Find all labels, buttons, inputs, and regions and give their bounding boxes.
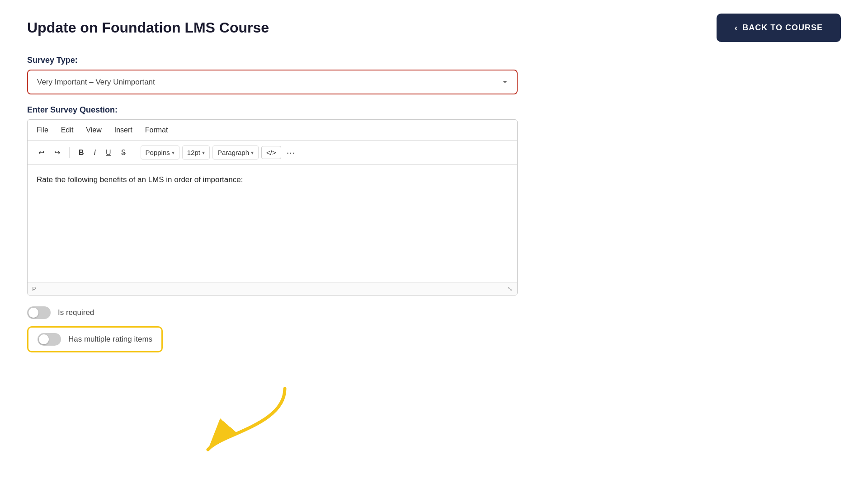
font-size-value: 12pt — [187, 149, 200, 156]
menu-file[interactable]: File — [37, 126, 48, 134]
underline-button[interactable]: U — [102, 146, 115, 160]
font-size-chevron: ▾ — [202, 150, 205, 156]
bold-button[interactable]: B — [75, 146, 88, 160]
redo-button[interactable]: ↪ — [51, 145, 64, 160]
main-content: Survey Type: Very Important – Very Unimp… — [0, 51, 868, 361]
font-family-value: Poppins — [146, 149, 170, 156]
survey-question-label: Enter Survey Question: — [27, 105, 841, 115]
font-size-dropdown[interactable]: 12pt ▾ — [182, 145, 210, 160]
editor-menubar: File Edit View Insert Format — [28, 120, 517, 141]
has-multiple-rating-label: Has multiple rating items — [68, 335, 152, 344]
toolbar-divider-2 — [135, 147, 135, 158]
is-required-label: Is required — [58, 308, 94, 317]
back-button-label: BACK TO COURSE — [742, 23, 823, 33]
strikethrough-button[interactable]: S̶ — [118, 145, 129, 160]
rich-text-editor: File Edit View Insert Format ↩ ↪ B I U S… — [27, 119, 518, 296]
editor-tag-indicator: P — [32, 286, 36, 292]
menu-format[interactable]: Format — [145, 126, 168, 134]
annotation-arrow — [194, 380, 294, 461]
font-family-dropdown[interactable]: Poppins ▾ — [141, 145, 179, 160]
has-multiple-rating-toggle[interactable] — [38, 333, 61, 346]
editor-toolbar: ↩ ↪ B I U S̶ Poppins ▾ 12pt ▾ Paragraph — [28, 141, 517, 164]
menu-view[interactable]: View — [86, 126, 101, 134]
survey-type-section: Survey Type: Very Important – Very Unimp… — [27, 56, 841, 94]
is-required-toggle[interactable] — [27, 306, 51, 319]
paragraph-value: Paragraph — [217, 149, 249, 156]
font-family-chevron: ▾ — [172, 150, 175, 156]
code-button[interactable]: </> — [261, 146, 281, 159]
survey-type-select[interactable]: Very Important – Very Unimportant Strong… — [27, 70, 518, 94]
has-multiple-rating-row: Has multiple rating items — [27, 326, 163, 352]
editor-footer: P ⤡ — [28, 282, 517, 295]
survey-question-section: Enter Survey Question: File Edit View In… — [27, 105, 841, 296]
page-title: Update on Foundation LMS Course — [27, 19, 269, 36]
toolbar-divider-1 — [69, 147, 70, 158]
italic-button[interactable]: I — [90, 146, 99, 160]
more-options-button[interactable]: ··· — [284, 145, 298, 160]
is-required-row: Is required — [27, 306, 841, 319]
back-to-course-button[interactable]: ‹ BACK TO COURSE — [717, 14, 841, 42]
editor-content-area[interactable]: Rate the following benefits of an LMS in… — [28, 164, 517, 282]
chevron-left-icon: ‹ — [735, 23, 738, 33]
resize-handle-icon[interactable]: ⤡ — [507, 285, 513, 292]
paragraph-chevron: ▾ — [251, 150, 254, 156]
paragraph-dropdown[interactable]: Paragraph ▾ — [212, 145, 259, 160]
page-header: Update on Foundation LMS Course ‹ BACK T… — [0, 0, 868, 51]
undo-button[interactable]: ↩ — [35, 145, 48, 160]
menu-insert[interactable]: Insert — [114, 126, 132, 134]
survey-type-label: Survey Type: — [27, 56, 841, 65]
editor-text: Rate the following benefits of an LMS in… — [37, 174, 508, 186]
menu-edit[interactable]: Edit — [61, 126, 74, 134]
